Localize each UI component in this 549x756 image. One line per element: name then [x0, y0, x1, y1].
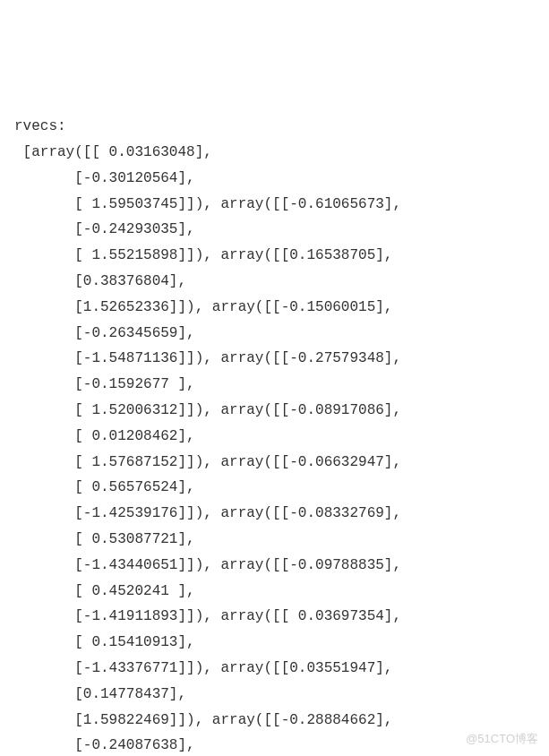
- code-line: [-0.24293035],: [14, 221, 195, 237]
- code-line: [-0.1592677 ],: [14, 376, 195, 392]
- code-line: [-0.24087638],: [14, 737, 195, 753]
- code-line: [-0.30120564],: [14, 170, 195, 186]
- code-line: [ 0.4520241 ],: [14, 583, 195, 599]
- code-line: [ 1.57687152]]), array([[-0.06632947],: [14, 454, 401, 470]
- code-line: [-1.43376771]]), array([[0.03551947],: [14, 660, 392, 676]
- code-line: [-1.42539176]]), array([[-0.08332769],: [14, 505, 401, 521]
- code-line: [1.52652336]]), array([[-0.15060015],: [14, 299, 392, 315]
- code-line: [ 0.01208462],: [14, 428, 195, 444]
- header-label: rvecs:: [14, 118, 66, 134]
- code-line: [ 0.56576524],: [14, 479, 195, 495]
- code-line: [-0.26345659],: [14, 325, 195, 341]
- code-line: [ 1.59503745]]), array([[-0.61065673],: [14, 196, 401, 212]
- code-output-block: rvecs: [array([[ 0.03163048], [-0.301205…: [14, 114, 535, 756]
- watermark-label: @51CTO博客: [466, 728, 538, 749]
- code-line: [array([[ 0.03163048],: [14, 144, 212, 160]
- code-line: [0.14778437],: [14, 686, 186, 702]
- code-line: [-1.54871136]]), array([[-0.27579348],: [14, 350, 401, 366]
- code-line: [-1.41911893]]), array([[ 0.03697354],: [14, 608, 401, 624]
- code-line: [1.59822469]]), array([[-0.28884662],: [14, 712, 392, 728]
- code-line: [0.38376804],: [14, 273, 186, 289]
- code-line: [-1.43440651]]), array([[-0.09788835],: [14, 557, 401, 573]
- code-line: [ 0.15410913],: [14, 634, 195, 650]
- code-line: [ 0.53087721],: [14, 531, 195, 547]
- code-line: [ 1.55215898]]), array([[0.16538705],: [14, 247, 392, 263]
- code-line: [ 1.52006312]]), array([[-0.08917086],: [14, 402, 401, 418]
